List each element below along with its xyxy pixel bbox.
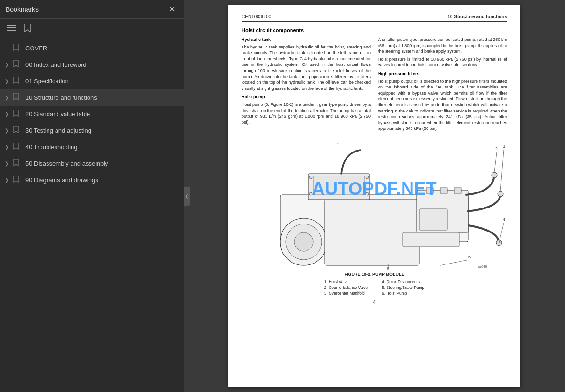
list-view-button[interactable] [5, 23, 18, 34]
chevron-10: ❯ [5, 95, 12, 100]
sub-heading-hydraulic-tank: Hydraulic tank [242, 37, 371, 43]
svg-text:ae046: ae046 [478, 265, 487, 268]
chevron-01: ❯ [5, 79, 12, 84]
figure-legend: 1. Hoist Valve 2. Counterbalance Valve 3… [324, 280, 425, 296]
svg-line-20 [499, 223, 504, 243]
figure-area: 1 2 3 4 5 6 [242, 138, 507, 296]
collapse-sidebar-button[interactable]: ❬ [184, 187, 190, 206]
doc-col-left: Hydraulic tank The hydraulic tank suppli… [242, 37, 371, 134]
svg-rect-30 [419, 209, 447, 230]
figure-caption: FIGURE 10-2. PUMP MODULE [345, 272, 404, 277]
chevron-30: ❯ [5, 128, 12, 133]
svg-rect-10 [313, 176, 365, 195]
bookmark-label-40: 40 Troubleshooting [25, 144, 78, 151]
svg-text:1: 1 [337, 142, 339, 146]
bookmark-item-10[interactable]: ❯ 10 Structure and functions [0, 89, 184, 106]
svg-point-26 [309, 176, 312, 179]
bookmark-label-50: 50 Disassembly and assembly [25, 160, 108, 167]
legend-item-3: 3. Overcenter Manifold [324, 291, 368, 296]
doc-code: CEN10038-00 [242, 14, 271, 19]
svg-text:2: 2 [495, 146, 498, 151]
bookmark-icon-40 [13, 143, 22, 152]
bookmark-item-40[interactable]: ❯ 40 Troubleshooting [0, 139, 184, 155]
sub-heading-hoist-pump: Hoist pump [242, 94, 371, 100]
svg-point-28 [309, 192, 312, 195]
bookmark-icon-01 [13, 77, 22, 86]
svg-rect-33 [440, 188, 447, 193]
svg-text:6: 6 [387, 266, 389, 270]
legend-item-5: 5. Steering/Brake Pump [382, 285, 424, 290]
svg-rect-0 [7, 25, 16, 26]
svg-text:5: 5 [468, 255, 471, 259]
sidebar-header: Bookmarks ✕ [0, 0, 184, 19]
chevron-90: ❯ [5, 177, 12, 183]
bookmark-icon-20 [13, 110, 22, 119]
doc-columns: Hydraulic tank The hydraulic tank suppli… [242, 37, 507, 134]
chevron-40: ❯ [5, 144, 12, 150]
bookmark-label-90: 90 Diagrams and drawings [25, 176, 98, 184]
bookmark-icon-cover [13, 44, 22, 53]
bookmark-icon-90 [13, 176, 22, 184]
sub-heading-high-pressure: High pressure filters [378, 71, 507, 77]
sidebar-toolbar [0, 19, 184, 38]
bookmark-item-00[interactable]: ❯ 00 Index and foreword [0, 56, 184, 73]
svg-point-12 [498, 191, 503, 197]
chevron-50: ❯ [5, 161, 12, 166]
bookmark-item-cover[interactable]: COVER [0, 40, 184, 56]
chevron-20: ❯ [5, 112, 12, 117]
svg-line-22 [440, 260, 468, 265]
bookmark-view-button[interactable] [22, 22, 33, 35]
legend-item-4: 4. Quick Disconnects [382, 280, 424, 284]
legend-item-1: 1. Hoist Valve [324, 280, 368, 284]
svg-rect-34 [454, 188, 461, 193]
page-number: 4 [242, 299, 507, 305]
svg-rect-32 [426, 188, 433, 193]
svg-line-18 [500, 150, 504, 191]
bookmark-icon-00 [13, 60, 22, 69]
bookmark-label-10: 10 Structure and functions [25, 94, 97, 101]
chevron-00: ❯ [5, 62, 12, 67]
para-right-2: Hoist pressure is limited to 18 960 kPa … [378, 56, 507, 68]
bookmark-icon-30 [13, 126, 22, 135]
bookmark-label-cover: COVER [25, 45, 47, 52]
doc-section-title: 10 Structure and functions [447, 14, 507, 19]
bookmark-label-00: 00 Index and foreword [25, 61, 86, 68]
svg-point-6 [294, 232, 313, 251]
section-main-title: Hoist circuit components [242, 27, 507, 33]
svg-point-27 [366, 176, 369, 179]
bookmark-item-20[interactable]: ❯ 20 Standard value table [0, 106, 184, 122]
bookmark-label-01: 01 Specification [25, 78, 69, 85]
close-button[interactable]: ✕ [166, 4, 178, 15]
bookmark-item-90[interactable]: ❯ 90 Diagrams and drawings [0, 172, 184, 188]
main-content: CEN10038-00 10 Structure and functions H… [184, 0, 565, 392]
para-hydraulic-tank: The hydraulic tank supplies hydraulic oi… [242, 44, 371, 92]
bookmark-item-01[interactable]: ❯ 01 Specification [0, 73, 184, 89]
svg-point-29 [366, 192, 369, 195]
bookmark-label-30: 30 Testing and adjusting [25, 127, 91, 134]
svg-text:4: 4 [503, 217, 505, 222]
bookmark-icon-10 [13, 93, 22, 102]
document-header: CEN10038-00 10 Structure and functions [242, 14, 507, 22]
document-page: CEN10038-00 10 Structure and functions H… [228, 5, 520, 387]
bookmark-label-20: 20 Standard value table [25, 111, 90, 118]
legend-item-2: 2. Counterbalance Valve [324, 285, 368, 290]
bookmark-item-30[interactable]: ❯ 30 Testing and adjusting [0, 122, 184, 139]
sidebar: Bookmarks ✕ COVER ❯ [0, 0, 184, 392]
bookmark-item-50[interactable]: ❯ 50 Disassembly and assembly [0, 155, 184, 172]
legend-col-left: 1. Hoist Valve 2. Counterbalance Valve 3… [324, 280, 368, 296]
legend-col-right: 4. Quick Disconnects 5. Steering/Brake P… [382, 280, 424, 296]
svg-rect-2 [7, 30, 16, 31]
para-hoist-pump: Hoist pump (6, Figure 10-2) is a tandem,… [242, 102, 371, 125]
para-right-1: A smaller piston type, pressure compensa… [378, 37, 507, 55]
bookmark-list: COVER ❯ 00 Index and foreword ❯ 01 Speci… [0, 38, 184, 392]
svg-rect-1 [7, 27, 16, 28]
sidebar-title: Bookmarks [6, 6, 39, 13]
svg-point-11 [492, 172, 497, 178]
figure-image: 1 2 3 4 5 6 [242, 138, 506, 270]
legend-item-6: 6. Hoist Pump [382, 291, 424, 296]
bookmark-icon-50 [13, 159, 22, 168]
svg-rect-31 [403, 232, 459, 247]
svg-text:3: 3 [503, 144, 505, 149]
svg-line-16 [494, 152, 497, 172]
para-high-pressure: Hoist pump output oil is directed to the… [378, 79, 507, 132]
